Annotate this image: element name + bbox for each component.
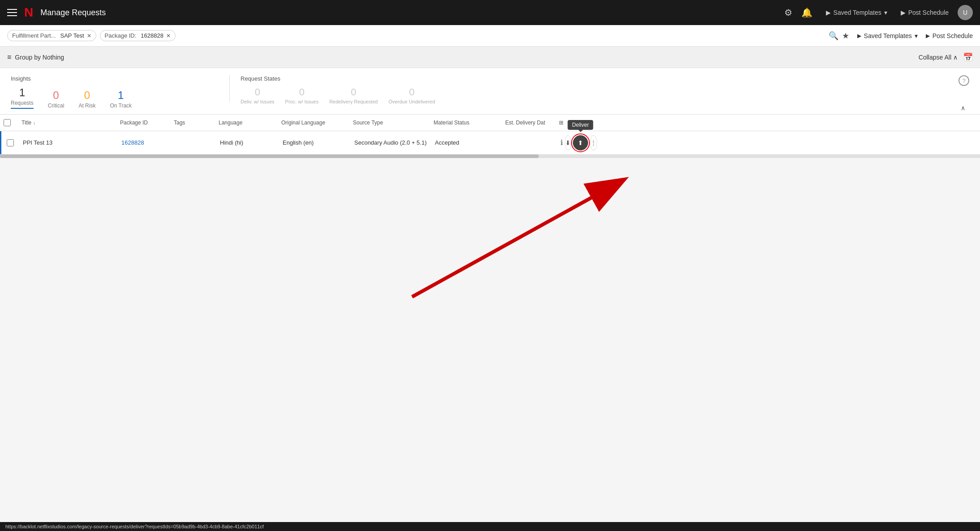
netflix-logo: N — [24, 5, 33, 20]
group-by-section: ≡ Group by Nothing — [7, 53, 64, 61]
th-title[interactable]: Title ↓ — [18, 119, 116, 126]
info-icon[interactable]: ℹ — [560, 138, 563, 147]
red-arrow-line — [412, 180, 623, 297]
th-original-language-label: Original Language — [281, 120, 325, 126]
table-container: Title ↓ Package ID Tags Language Origina… — [0, 115, 980, 158]
collapse-all-button[interactable]: Collapse All ∧ — [919, 54, 958, 61]
post-schedule-filter-button[interactable]: ▶ Post Schedule — [926, 32, 973, 39]
insights-divider — [229, 75, 230, 102]
th-language-label: Language — [219, 120, 242, 126]
search-icon[interactable]: ⚙ — [784, 7, 792, 18]
state-redelivery-value: 0 — [329, 86, 378, 98]
hamburger-menu[interactable] — [7, 9, 17, 16]
row-original-language-cell: English (en) — [279, 136, 351, 150]
table-header: Title ↓ Package ID Tags Language Origina… — [0, 115, 980, 131]
metric-on-track-label: On Track — [110, 103, 132, 109]
collapse-all-label: Collapse All — [919, 54, 951, 61]
filter-chip-fulfillment-close[interactable]: ✕ — [87, 33, 91, 39]
row-checkbox[interactable] — [7, 139, 14, 146]
row-title-cell: PPI Test 13 — [19, 136, 118, 150]
avatar[interactable]: U — [958, 5, 973, 20]
state-deliv-issues: 0 Deliv. w/ Issues — [241, 86, 275, 104]
filter-post-schedule-label: Post Schedule — [933, 32, 973, 39]
filter-chip-fulfillment[interactable]: Fulfillment Part... SAP Test ✕ — [7, 30, 96, 41]
saved-templates-filter-button[interactable]: ▶ Saved Templates ▾ — [853, 30, 922, 42]
download-button[interactable]: ⬇ — [565, 135, 571, 150]
post-schedule-button[interactable]: ▶ Post Schedule — [901, 9, 949, 16]
filter-bar: Fulfillment Part... SAP Test ✕ Package I… — [0, 25, 980, 47]
th-tags[interactable]: Tags — [170, 119, 215, 126]
metric-requests-value: 1 — [11, 86, 34, 99]
th-source-type[interactable]: Source Type — [349, 119, 430, 126]
th-checkbox — [0, 119, 18, 126]
metric-critical: 0 Critical — [48, 89, 64, 109]
sort-arrow-icon: ↓ — [33, 120, 35, 125]
th-package-id[interactable]: Package ID — [116, 119, 170, 126]
metric-at-risk-value: 0 — [78, 89, 95, 102]
horizontal-scrollbar[interactable] — [0, 154, 980, 158]
more-options-button[interactable]: ⋮ — [590, 135, 597, 150]
scrollbar-thumb[interactable] — [0, 154, 539, 158]
star-icon[interactable]: ★ — [842, 31, 849, 41]
deliver-button-container: Deliver ⬆ — [573, 135, 588, 150]
state-deliv-issues-label: Deliv. w/ Issues — [241, 99, 275, 104]
deliver-button[interactable]: ⬆ — [573, 135, 588, 150]
th-material-status-label: Material Status — [434, 120, 469, 126]
state-overdue: 0 Overdue Undelivered — [388, 86, 435, 104]
row-package-id-cell[interactable]: 1628828 — [118, 136, 172, 150]
th-actions-grid-icon[interactable]: ⊞ — [559, 120, 563, 126]
metric-critical-value: 0 — [48, 89, 64, 102]
calendar-icon[interactable]: 📅 — [963, 52, 973, 62]
select-all-checkbox[interactable] — [4, 119, 11, 126]
table-row: PPI Test 13 1628828 Hindi (hi) English (… — [0, 131, 980, 154]
state-proc-issues-label: Proc. w/ Issues — [285, 99, 319, 104]
insights-metrics: 1 Requests 0 Critical 0 At Risk 1 On Tra… — [11, 86, 226, 114]
bell-icon[interactable]: 🔔 — [801, 7, 812, 18]
help-icon[interactable]: ? — [959, 75, 969, 86]
saved-templates-button[interactable]: ▶ Saved Templates ▾ — [821, 6, 892, 19]
filter-chip-fulfillment-label: Fulfillment Part... — [12, 32, 56, 39]
th-language[interactable]: Language — [215, 119, 278, 126]
row-source-type-cell: Secondary Audio (2.0 + 5.1) — [351, 136, 431, 150]
insights-section: Insights 1 Requests 0 Critical 0 At Risk… — [0, 68, 980, 115]
post-schedule-icon: ▶ — [901, 9, 906, 16]
filter-post-schedule-icon: ▶ — [926, 33, 930, 39]
group-bar: ≡ Group by Nothing Collapse All ∧ 📅 — [0, 47, 980, 68]
group-by-label: Group by Nothing — [15, 54, 64, 61]
th-tags-label: Tags — [174, 120, 185, 126]
metric-requests: 1 Requests — [11, 86, 34, 109]
group-icon[interactable]: ≡ — [7, 53, 11, 61]
search-icon[interactable]: 🔍 — [829, 31, 838, 41]
metric-at-risk: 0 At Risk — [78, 89, 95, 109]
th-title-label: Title — [21, 120, 31, 126]
row-est-delivery-cell — [503, 139, 557, 146]
state-redelivery: 0 Redelivery Requested — [329, 86, 378, 104]
row-material-status-cell: Accepted — [431, 136, 503, 150]
top-navigation: N Manage Requests ⚙ 🔔 ▶ Saved Templates … — [0, 0, 980, 25]
row-actions-cell: ℹ ⬇ Deliver ⬆ ⋮ — [557, 132, 584, 154]
row-tags-cell — [172, 139, 216, 146]
red-arrow-svg — [0, 158, 980, 310]
metric-on-track: 1 On Track — [110, 89, 132, 109]
th-material-status[interactable]: Material Status — [430, 119, 502, 126]
row-title: PPI Test 13 — [23, 139, 52, 146]
metric-requests-label: Requests — [11, 100, 34, 106]
filter-chip-package[interactable]: Package ID: 1628828 ✕ — [100, 30, 176, 41]
state-deliv-issues-value: 0 — [241, 86, 275, 98]
row-package-id: 1628828 — [121, 139, 144, 146]
saved-templates-video-icon: ▶ — [826, 9, 831, 16]
th-original-language[interactable]: Original Language — [278, 119, 349, 126]
state-proc-issues: 0 Proc. w/ Issues — [285, 86, 319, 104]
insights-collapse-button[interactable]: ∧ — [957, 102, 969, 114]
filter-chip-package-value: 1628828 — [141, 32, 163, 39]
filter-chip-package-close[interactable]: ✕ — [166, 33, 171, 39]
filter-saved-templates-label: Saved Templates — [864, 32, 912, 39]
th-est-delivery[interactable]: Est. Delivery Dat — [502, 119, 555, 126]
row-language: Hindi (hi) — [220, 139, 243, 146]
insights-title: Insights — [11, 75, 226, 82]
deliver-tooltip: Deliver — [567, 120, 593, 130]
action-buttons: ℹ ⬇ Deliver ⬆ ⋮ — [560, 135, 580, 150]
th-est-delivery-label: Est. Delivery Dat — [505, 120, 545, 126]
saved-templates-chevron-icon: ▾ — [884, 9, 887, 16]
saved-templates-label: Saved Templates — [834, 9, 881, 16]
